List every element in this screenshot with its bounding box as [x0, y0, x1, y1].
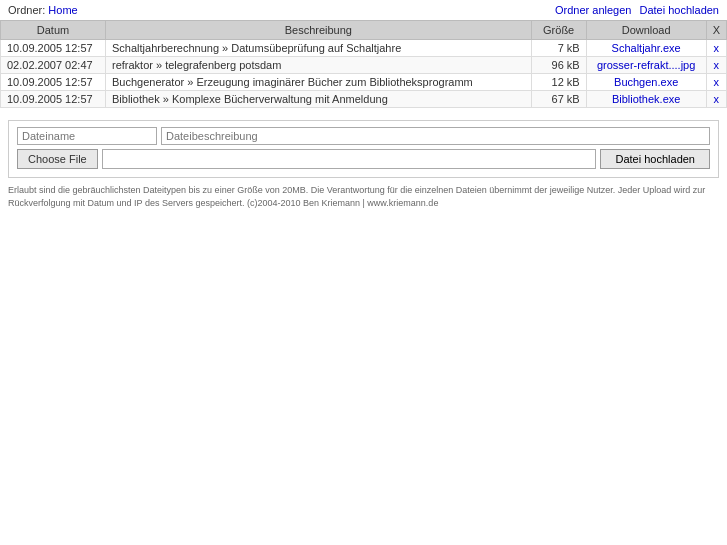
file-path-display [102, 149, 597, 169]
cell-delete: x [706, 57, 726, 74]
disclaimer-text: Erlaubt sind die gebräuchlichsten Dateit… [8, 184, 719, 209]
col-header-groesse: Größe [531, 21, 586, 40]
cell-datum: 02.02.2007 02:47 [1, 57, 106, 74]
cell-beschreibung: Buchgenerator » Erzeugung imaginärer Büc… [106, 74, 532, 91]
download-link[interactable]: Bibliothek.exe [612, 93, 681, 105]
breadcrumb: Ordner: Home [8, 4, 78, 16]
choose-file-button[interactable]: Choose File [17, 149, 98, 169]
home-link[interactable]: Home [48, 4, 77, 16]
cell-beschreibung: Schaltjahrberechnung » Datumsübeprüfung … [106, 40, 532, 57]
delete-link[interactable]: x [714, 76, 720, 88]
datei-hochladen-link[interactable]: Datei hochladen [639, 4, 719, 16]
col-header-download: Download [586, 21, 706, 40]
col-header-beschreibung: Beschreibung [106, 21, 532, 40]
ordner-label: Ordner: [8, 4, 45, 16]
file-table: Datum Beschreibung Größe Download X 10.0… [0, 20, 727, 108]
cell-delete: x [706, 91, 726, 108]
filename-input[interactable] [17, 127, 157, 145]
upload-section: Choose File Datei hochladen [8, 120, 719, 178]
delete-link[interactable]: x [714, 93, 720, 105]
upload-row-file: Choose File Datei hochladen [17, 149, 710, 169]
table-row: 10.09.2005 12:57Buchgenerator » Erzeugun… [1, 74, 727, 91]
table-row: 10.09.2005 12:57Schaltjahrberechnung » D… [1, 40, 727, 57]
cell-delete: x [706, 74, 726, 91]
cell-download: Buchgen.exe [586, 74, 706, 91]
cell-download: Bibliothek.exe [586, 91, 706, 108]
download-link[interactable]: Schaltjahr.exe [612, 42, 681, 54]
delete-link[interactable]: x [714, 59, 720, 71]
col-header-datum: Datum [1, 21, 106, 40]
download-link[interactable]: Buchgen.exe [614, 76, 678, 88]
top-bar: Ordner: Home Ordner anlegen Datei hochla… [0, 0, 727, 20]
cell-download: Schaltjahr.exe [586, 40, 706, 57]
top-actions: Ordner anlegen Datei hochladen [555, 4, 719, 16]
download-link[interactable]: grosser-refrakt....jpg [597, 59, 695, 71]
delete-link[interactable]: x [714, 42, 720, 54]
cell-groesse: 67 kB [531, 91, 586, 108]
cell-beschreibung: refraktor » telegrafenberg potsdam [106, 57, 532, 74]
col-header-x: X [706, 21, 726, 40]
filedesc-input[interactable] [161, 127, 710, 145]
cell-delete: x [706, 40, 726, 57]
upload-button[interactable]: Datei hochladen [600, 149, 710, 169]
upload-row-names [17, 127, 710, 145]
cell-groesse: 12 kB [531, 74, 586, 91]
ordner-anlegen-link[interactable]: Ordner anlegen [555, 4, 631, 16]
table-row: 10.09.2005 12:57Bibliothek » Komplexe Bü… [1, 91, 727, 108]
cell-datum: 10.09.2005 12:57 [1, 40, 106, 57]
cell-groesse: 96 kB [531, 57, 586, 74]
table-row: 02.02.2007 02:47refraktor » telegrafenbe… [1, 57, 727, 74]
table-header-row: Datum Beschreibung Größe Download X [1, 21, 727, 40]
cell-groesse: 7 kB [531, 40, 586, 57]
cell-download: grosser-refrakt....jpg [586, 57, 706, 74]
cell-datum: 10.09.2005 12:57 [1, 91, 106, 108]
cell-datum: 10.09.2005 12:57 [1, 74, 106, 91]
cell-beschreibung: Bibliothek » Komplexe Bücherverwaltung m… [106, 91, 532, 108]
